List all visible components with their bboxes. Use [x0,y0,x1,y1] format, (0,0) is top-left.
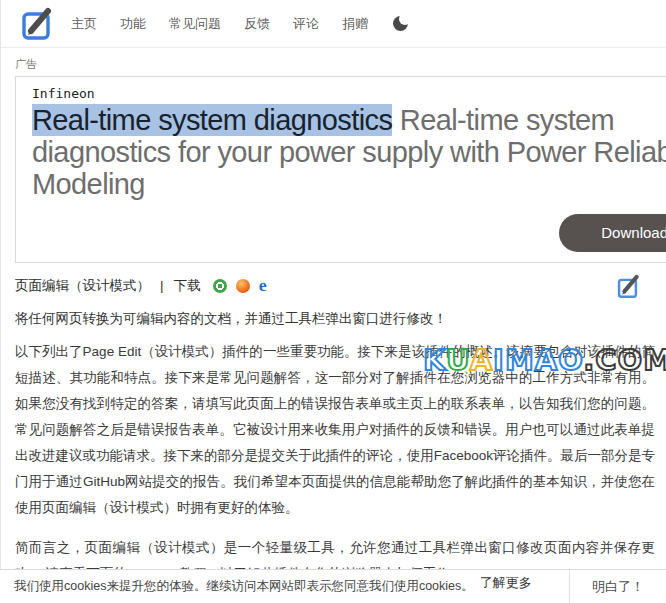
product-title: 页面编辑（设计模式） [15,277,150,295]
nav-item-home[interactable]: 主页 [69,9,99,39]
cookie-consent-bar: 我们使用cookies来提升您的体验。继续访问本网站即表示您同意我们使用cook… [0,569,666,603]
pencil-square-icon [21,7,55,41]
pencil-square-icon [616,273,642,299]
nav-item-donate[interactable]: 捐赠 [340,9,370,39]
ad-banner[interactable]: Infineon Real-time system diagnostics Re… [15,76,666,263]
ad-label: 广告 [15,57,666,72]
site-logo-pencil-icon[interactable] [21,7,55,41]
cookie-accept-button[interactable]: 明白了！ [570,578,652,596]
description-paragraph: 以下列出了Page Edit（设计模式）插件的一些重要功能。接下来是该插件的概述… [15,339,655,520]
cookie-message: 我们使用cookies来提升您的体验。继续访问本网站即表示您同意我们使用cook… [14,578,474,595]
advertiser-name: Infineon [32,86,666,101]
separator: | [160,278,164,293]
cookie-learn-more-link[interactable]: 了解更多 [480,574,532,592]
intro-text: 将任何网页转换为可编辑内容的文档，并通过工具栏弹出窗口进行修改！ [15,308,666,330]
nav-item-faq[interactable]: 常见问题 [167,9,223,39]
download-link[interactable]: 下载 [174,277,201,295]
nav-item-feedback[interactable]: 反馈 [242,9,272,39]
description-section: 以下列出了Page Edit（设计模式）插件的一些重要功能。接下来是该插件的概述… [15,339,655,520]
nav-item-comments[interactable]: 评论 [291,9,321,39]
dark-mode-moon-icon[interactable] [393,16,408,31]
download-button[interactable]: Download [559,214,666,252]
edge-icon[interactable]: e [258,279,266,293]
edit-page-pencil-icon[interactable] [616,273,642,299]
chrome-store-icon[interactable] [213,279,227,293]
ad-headline: Real-time system diagnostics Real-time s… [32,105,666,201]
navbar: 主页 功能 常见问题 反馈 评论 捐赠 [1,0,666,48]
firefox-icon[interactable] [236,279,250,293]
product-title-row: 页面编辑（设计模式） | 下载 e [15,277,666,295]
nav-item-features[interactable]: 功能 [118,9,148,39]
ad-headline-highlight: Real-time system diagnostics [32,104,392,136]
store-icons: e [213,279,267,293]
page-content: 广告 Infineon Real-time system diagnostics… [1,48,666,603]
